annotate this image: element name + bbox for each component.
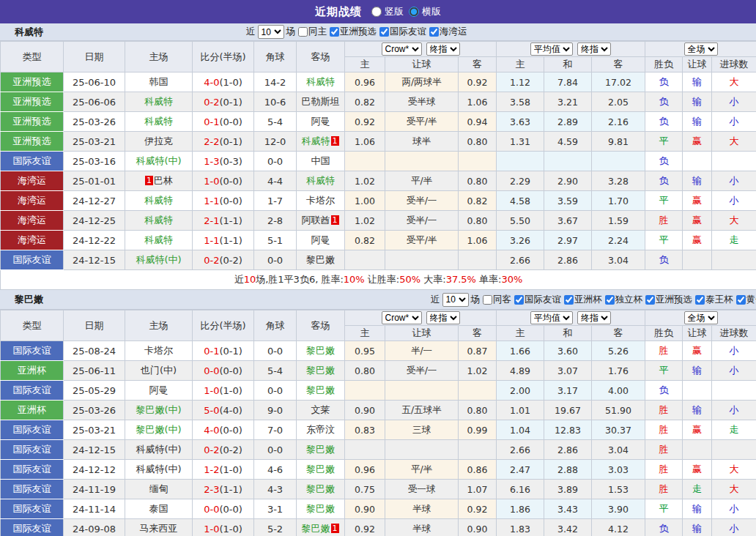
summary-stat-label: 单率: [476,274,502,285]
halftime-score: (0-1) [219,136,242,147]
handicap-away-odds: 0.86 [459,460,497,480]
handicap-line [385,250,459,270]
handicap-away-odds [459,440,497,460]
fulltime-score: 2-2 [204,136,219,147]
team-label: 缅甸 [149,483,168,494]
horizontal-layout-radio[interactable] [409,7,419,17]
team-label: 阿联酋 [302,215,330,226]
away-team-cell: 科威特 [297,72,345,92]
competition-filter[interactable]: 国际友谊 [511,294,561,306]
result-cell: 胜 [645,460,683,480]
handicap-away-odds: 0.80 [459,132,497,152]
competition-filter[interactable]: 亚洲杯 [561,294,602,306]
col-header-4: 角球 [254,310,297,341]
competition-checkbox[interactable] [379,27,389,37]
final-index-select[interactable]: 终指 [426,311,460,324]
away-team-cell: 东帝汶 [297,420,345,440]
handicap-home-odds [345,250,385,270]
table-row: 海湾运25-01-011巴林1-0(0-0)4-4科威特1.02平/半0.802… [1,171,756,191]
away-team-cell: 巴勒斯坦 [297,92,345,112]
score-cell: 4-0(0-0) [193,420,254,440]
average-select[interactable]: 平均值 [530,42,573,56]
handicap-home-odds: 0.96 [345,72,385,92]
avg-home-odds: 1.86 [497,499,544,519]
halftime-score: (1-0) [219,524,242,535]
competition-filter[interactable]: 泰王杯 [692,294,733,306]
same-away-filter[interactable]: 同客 [480,294,511,306]
date-cell: 24-12-22 [64,231,125,250]
avg-home-odds: 6.16 [497,480,544,499]
avg-away-odds: 3.03 [592,460,645,480]
final-index-select-2[interactable]: 终指 [577,311,611,324]
layout-option-vertical[interactable]: 竖版 [371,5,404,18]
handicap-away-odds: 1.02 [459,361,497,381]
corner-cell: 1-7 [254,191,297,211]
handicap-away-odds [459,381,497,401]
competition-checkbox[interactable] [695,295,705,305]
away-team-cell: 黎巴嫩 [297,381,345,401]
competition-checkbox[interactable] [736,295,746,305]
full-match-select[interactable]: 全场 [684,42,718,56]
competition-filter[interactable]: 海湾运 [426,26,467,38]
away-team-cell: 科威特 [297,171,345,191]
layout-option-horizontal[interactable]: 横版 [409,5,441,18]
handicap-result-cell [683,152,712,171]
avg-away-odds: 4.00 [592,381,645,401]
bookmaker-select[interactable]: Crow* [382,42,422,56]
sub-header-3: 主 [497,57,544,72]
competition-checkbox[interactable] [514,295,524,305]
handicap-line: 受半球 [385,92,459,112]
handicap-home-odds: 0.92 [345,519,385,536]
handicap-result-cell: 赢 [683,191,712,211]
home-team-cell: 伊拉克 [125,132,193,152]
result-cell: 平 [645,361,683,381]
score-cell: 5-0(4-0) [193,401,254,420]
final-index-select[interactable]: 终指 [426,42,460,56]
handicap-result-cell: 输 [683,92,712,112]
type-badge: 国际友谊 [1,440,64,460]
sub-header-1: 让球 [385,57,459,72]
final-index-select-2[interactable]: 终指 [577,42,611,56]
competition-checkbox[interactable] [645,295,655,305]
goals-result-cell [712,250,756,270]
competition-filter[interactable]: 国际友谊 [377,26,426,38]
corner-cell: 3-1 [254,499,297,519]
team-label: 黎巴嫩 [306,483,335,494]
average-select[interactable]: 平均值 [530,311,573,324]
goals-result-cell: 大 [712,480,756,499]
red-card-badge: 1 [331,136,339,146]
handicap-result-cell: 赢 [683,341,712,361]
home-team-cell: 科威特 [125,231,193,250]
avg-home-odds [497,152,544,171]
vertical-layout-radio[interactable] [371,7,382,17]
average-odds-header: 平均值终指 [497,42,645,57]
halftime-score: (1-0) [219,77,242,88]
result-cell: 平 [645,499,683,519]
recent-count-select[interactable]: 10 [442,293,469,307]
corner-cell: 9-0 [254,401,297,420]
handicap-line: 受半/一 [385,211,459,231]
competition-checkbox[interactable] [564,295,574,305]
competition-checkbox[interactable] [605,295,615,305]
full-match-select[interactable]: 全场 [684,311,718,324]
same-venue-checkbox[interactable] [298,27,308,37]
team-label: 科威特 [144,116,173,127]
competition-checkbox[interactable] [429,27,439,37]
sub-header-2: 客 [459,57,497,72]
same-home-filter[interactable]: 同主 [295,26,327,38]
competition-checkbox[interactable] [330,27,339,37]
handicap-result-cell [683,440,712,460]
competition-filter[interactable]: 亚洲预选 [642,294,692,306]
bookmaker-select[interactable]: Crow* [382,311,422,324]
recent-count-select[interactable]: 10 [258,25,284,39]
halftime-score: (1-1) [219,484,242,495]
competition-filter[interactable]: 独立杯 [602,294,643,306]
same-venue-checkbox[interactable] [483,295,492,305]
table-row: 国际友谊24-12-12科威特(中)1-2(1-0)4-6黎巴嫩0.96平/半0… [1,460,756,480]
competition-label: 国际友谊 [525,294,561,306]
handicap-line: 半球 [385,519,459,536]
handicap-result-cell: 赢 [683,420,712,440]
competition-filter[interactable]: 亚洲预选 [327,26,377,38]
competition-filter[interactable]: 黄金杯 [733,294,756,306]
handicap-away-odds: 0.92 [459,72,497,92]
